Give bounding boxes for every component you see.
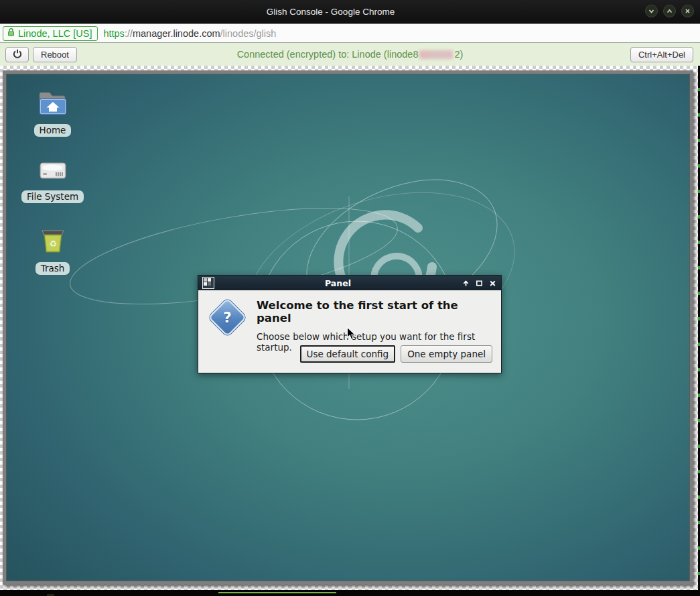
window-titlebar: Glish Console - Google Chrome <box>0 0 700 23</box>
panel-dialog-controls <box>462 279 497 288</box>
maximize-button[interactable] <box>475 279 484 288</box>
redacted-linode-id <box>419 50 453 59</box>
green-line-artifact <box>218 592 336 593</box>
connection-status: Connected (encrypted) to: Linode (linode… <box>0 43 700 66</box>
close-button[interactable] <box>681 5 694 17</box>
dialog-heading: Welcome to the first start of the panel <box>257 299 492 324</box>
desktop-icon-trash[interactable]: ♻ Trash <box>21 229 84 275</box>
panel-dialog-titlebar[interactable]: Panel <box>198 276 501 290</box>
lock-icon <box>7 27 15 40</box>
url-separator: :// <box>125 28 133 39</box>
desktop-icon-label: Home <box>34 124 72 137</box>
trash-bin-icon: ♻ <box>39 229 67 257</box>
url-text[interactable]: https :// manager.linode.com /linodes/gl… <box>103 28 276 39</box>
square-icon <box>476 277 483 290</box>
window-title: Glish Console - Google Chrome <box>0 0 700 23</box>
svg-text:♻: ♻ <box>49 239 57 249</box>
desktop-icon-label: Trash <box>36 262 70 275</box>
close-icon <box>684 7 691 15</box>
vnc-desktop-canvas[interactable]: Home File System <box>3 70 693 585</box>
chevron-down-icon <box>648 7 655 15</box>
maximize-button[interactable] <box>663 5 676 17</box>
desktop-icon-home[interactable]: Home <box>21 91 84 137</box>
close-button[interactable] <box>488 279 497 288</box>
home-folder-icon <box>38 91 68 119</box>
dialog-button-row: Use default config One empty panel <box>300 345 492 363</box>
window-controls <box>645 5 694 17</box>
url-path: /linodes/glish <box>220 28 277 39</box>
video-edge-artifact-bottom <box>0 590 700 596</box>
ctrl-alt-del-button[interactable]: Ctrl+Alt+Del <box>630 47 693 62</box>
panel-dialog: Panel <box>198 275 502 373</box>
minimize-button[interactable] <box>645 5 658 17</box>
chevron-up-icon <box>666 7 673 15</box>
glish-toolbar: Connected (encrypted) to: Linode (linode… <box>0 43 700 66</box>
one-empty-panel-button[interactable]: One empty panel <box>401 345 492 363</box>
xfce-panel-icon <box>202 277 214 289</box>
hard-drive-icon <box>38 160 68 185</box>
url-host: manager.linode.com <box>133 28 220 39</box>
power-button[interactable] <box>5 47 29 62</box>
shade-button[interactable] <box>462 279 470 288</box>
question-diamond-icon: ? <box>208 298 247 337</box>
green-dash-artifact <box>47 595 54 595</box>
desktop-icon-label: File System <box>21 190 84 203</box>
desktop-icon-file-system[interactable]: File System <box>21 160 84 203</box>
power-icon <box>13 49 22 60</box>
security-badge-label: Linode, LLC [US] <box>18 28 92 39</box>
close-icon <box>489 277 496 290</box>
url-scheme: https <box>103 28 124 39</box>
panel-dialog-title: Panel <box>214 278 462 288</box>
use-default-config-button[interactable]: Use default config <box>300 345 396 363</box>
reboot-button[interactable]: Reboot <box>33 47 77 62</box>
console-region: Home File System <box>0 66 700 596</box>
security-badge[interactable]: Linode, LLC [US] <box>3 26 98 41</box>
arrow-up-icon <box>462 277 470 290</box>
address-bar[interactable]: Linode, LLC [US] https :// manager.linod… <box>0 23 700 43</box>
panel-dialog-body: ? Welcome to the first start of the pane… <box>198 290 501 373</box>
